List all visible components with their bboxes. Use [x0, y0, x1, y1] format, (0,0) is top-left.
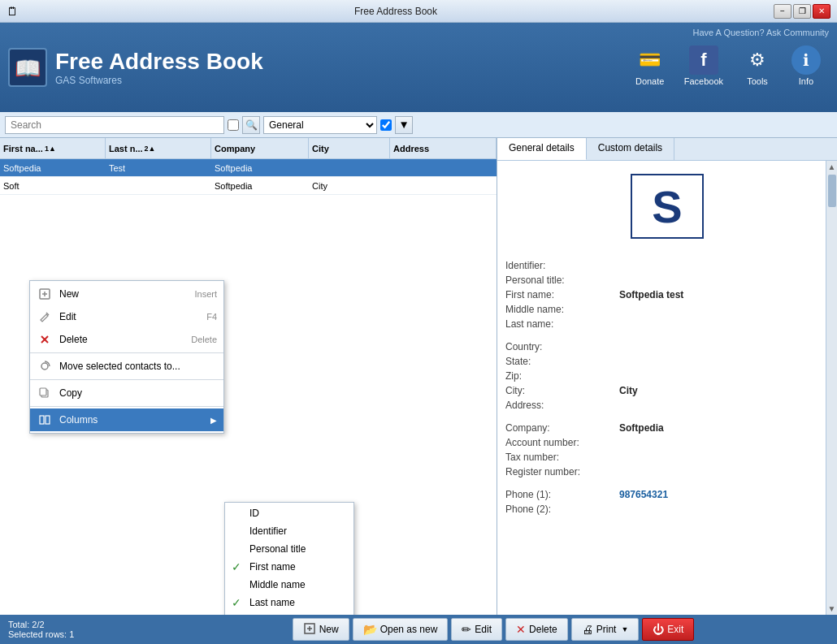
col-lastname[interactable]: Last n... 2▲	[106, 138, 211, 158]
field-state: State:	[505, 356, 829, 367]
donate-icon: 💳	[635, 45, 665, 75]
delete-button[interactable]: ✕ Delete	[505, 618, 568, 641]
tools-label: Tools	[747, 76, 768, 86]
field-label: Account number:	[505, 437, 619, 448]
group-check[interactable]	[380, 119, 392, 131]
col-city[interactable]: City	[309, 138, 390, 158]
col-company[interactable]: Company	[211, 138, 309, 158]
info-button[interactable]: ℹ Info	[783, 41, 829, 91]
exit-button[interactable]: ⏻ Exit	[642, 618, 694, 641]
group-select[interactable]: General	[263, 116, 377, 134]
col-company[interactable]: ✓Company	[225, 612, 353, 615]
field-company: Company: Softpedia	[505, 422, 829, 434]
detail-tabs: General details Custom details	[497, 138, 837, 161]
field-label: State:	[505, 356, 619, 367]
ctx-edit[interactable]: Edit F4	[30, 305, 223, 328]
col-id[interactable]: ID	[225, 504, 353, 522]
tools-button[interactable]: ⚙ Tools	[735, 41, 780, 91]
delete-icon: ✕	[516, 623, 526, 636]
new-button[interactable]: New	[293, 618, 349, 641]
delete-label: Delete	[529, 624, 557, 635]
ctx-separator	[30, 379, 223, 380]
list-row[interactable]: Softpedia Test Softpedia	[0, 159, 497, 177]
titlebar-title: Free Address Book	[18, 6, 774, 17]
restore-button[interactable]: ❐	[793, 4, 811, 19]
field-label: Personal title:	[505, 274, 619, 286]
svg-text:📖: 📖	[15, 55, 41, 81]
field-label: Zip:	[505, 370, 619, 382]
right-panel: General details Custom details S Identif…	[497, 138, 837, 615]
titlebar-controls: − ❐ ✕	[774, 4, 830, 19]
col-last-name[interactable]: ✓Last name	[225, 594, 353, 612]
delete-icon	[37, 331, 53, 348]
ctx-delete[interactable]: Delete Delete	[30, 328, 223, 351]
field-city: City: City	[505, 385, 829, 396]
tab-general-details[interactable]: General details	[497, 138, 587, 160]
scroll-up-arrow[interactable]: ▲	[826, 161, 837, 173]
field-phone2: Phone (2):	[505, 504, 829, 515]
app-subtitle: GAS Softwares	[55, 75, 263, 86]
donate-button[interactable]: 💳 Donate	[627, 41, 673, 91]
edit-icon: ✏	[462, 623, 471, 636]
donate-label: Donate	[635, 76, 664, 86]
info-label: Info	[799, 76, 813, 86]
print-icon: 🖨	[582, 623, 593, 636]
col-first-name[interactable]: ✓First name	[225, 558, 353, 576]
scroll-track	[828, 175, 836, 601]
col-identifier[interactable]: Identifier	[225, 522, 353, 540]
scroll-thumb[interactable]	[828, 175, 836, 207]
edit-button[interactable]: ✏ Edit	[451, 618, 502, 641]
search-button[interactable]: 🔍	[242, 116, 260, 134]
ctx-new[interactable]: New Insert	[30, 283, 223, 305]
search-checkbox[interactable]	[228, 119, 239, 131]
bottom-bar: Total: 2/2 Selected rows: 1 New 📂 Open a…	[0, 615, 837, 644]
field-label: Tax number:	[505, 452, 619, 463]
search-input[interactable]	[5, 116, 224, 134]
minimize-button[interactable]: −	[774, 4, 791, 19]
header-right: Have A Question? Ask Community 💳 Donate …	[627, 23, 829, 91]
ctx-copy[interactable]: Copy	[30, 382, 223, 404]
contact-list: First na... 1▲ Last n... 2▲ Company City…	[0, 138, 497, 615]
field-label: First name:	[505, 289, 619, 300]
total-count: Total: 2/2	[8, 620, 154, 629]
ctx-move[interactable]: Move selected contacts to...	[30, 355, 223, 378]
app-name: Free Address Book	[55, 49, 263, 75]
tab-custom-details[interactable]: Custom details	[587, 138, 674, 160]
field-label: Phone (2):	[505, 504, 619, 515]
field-label: Register number:	[505, 466, 619, 478]
svg-rect-10	[40, 416, 44, 424]
close-button[interactable]: ✕	[813, 4, 830, 19]
field-value: Softpedia	[619, 422, 664, 434]
field-label: City:	[505, 385, 619, 396]
detail-body: S Identifier: Personal title: First name…	[497, 161, 837, 615]
field-tax-number: Tax number:	[505, 452, 829, 463]
ctx-separator	[30, 406, 223, 407]
field-label: Last name:	[505, 318, 619, 330]
field-label: Phone (1):	[505, 489, 619, 500]
group-extra-button[interactable]: ▼	[395, 116, 413, 134]
status-left: Total: 2/2 Selected rows: 1	[8, 620, 154, 639]
ctx-columns[interactable]: Columns ▶	[30, 408, 223, 431]
field-label: Address:	[505, 400, 619, 411]
col-address[interactable]: Address	[390, 138, 497, 158]
scrollbar[interactable]: ▲ ▼	[826, 161, 837, 615]
facebook-button[interactable]: f Facebook	[676, 41, 731, 91]
col-firstname[interactable]: First na... 1▲	[0, 138, 106, 158]
col-middle-name[interactable]: Middle name	[225, 576, 353, 594]
print-button[interactable]: 🖨 Print ▼	[571, 618, 640, 641]
open-as-new-button[interactable]: 📂 Open as new	[353, 618, 449, 641]
exit-icon: ⏻	[653, 623, 664, 636]
field-label: Country:	[505, 341, 619, 352]
columns-icon	[37, 412, 53, 428]
open-as-new-label: Open as new	[380, 624, 438, 635]
toolbar: 🔍 General ▼	[0, 112, 837, 138]
field-label: Middle name:	[505, 304, 619, 315]
edit-icon	[37, 309, 53, 325]
svg-rect-11	[46, 416, 50, 424]
list-row[interactable]: Soft Softpedia City	[0, 177, 497, 195]
field-personal-title: Personal title:	[505, 274, 829, 286]
field-phone1: Phone (1): 987654321	[505, 489, 829, 500]
scroll-down-arrow[interactable]: ▼	[826, 603, 837, 615]
field-value: City	[619, 385, 638, 396]
col-personal-title[interactable]: Personal title	[225, 540, 353, 558]
